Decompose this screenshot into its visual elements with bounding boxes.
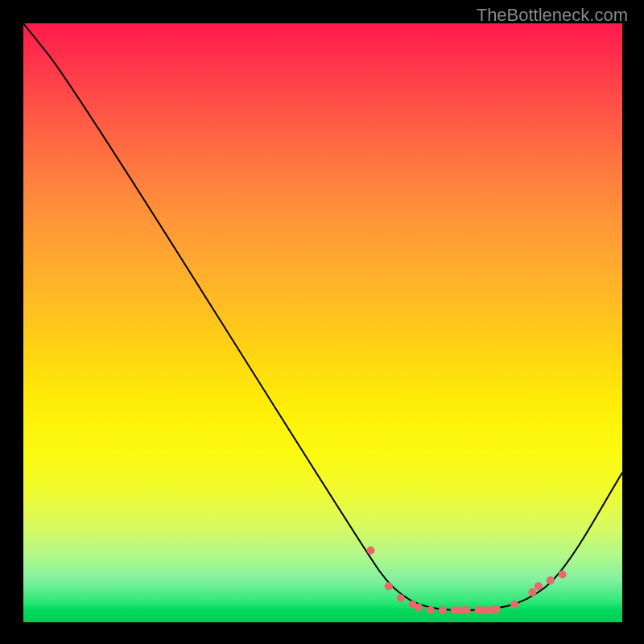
chart-area	[23, 23, 622, 622]
data-point	[439, 606, 447, 614]
chart-svg	[23, 23, 622, 622]
data-points-group	[367, 547, 567, 614]
data-point	[427, 606, 435, 614]
data-point	[535, 582, 543, 590]
data-point	[463, 606, 471, 614]
data-point	[493, 605, 501, 613]
data-point	[559, 570, 567, 578]
data-point	[385, 582, 393, 590]
data-point	[528, 588, 536, 597]
watermark-text: TheBottleneck.com	[477, 5, 628, 26]
data-point	[415, 603, 423, 611]
data-point	[367, 547, 375, 555]
data-point	[397, 594, 405, 602]
data-point	[510, 601, 518, 609]
bottleneck-curve	[23, 23, 622, 610]
data-point	[547, 576, 555, 584]
